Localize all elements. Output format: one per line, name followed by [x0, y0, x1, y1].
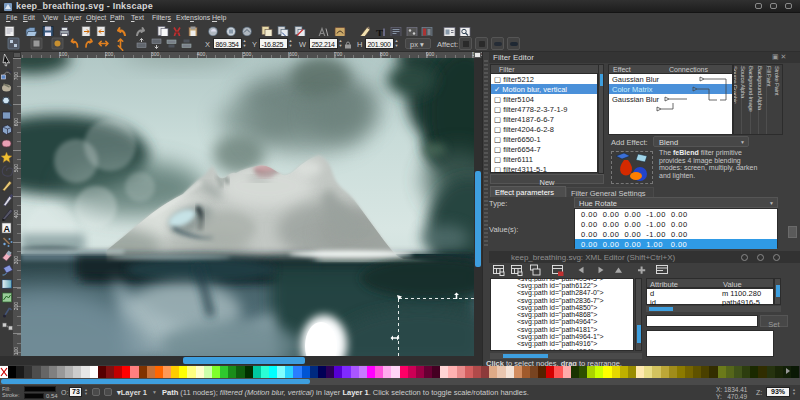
svg-text:A: A: [4, 224, 11, 234]
